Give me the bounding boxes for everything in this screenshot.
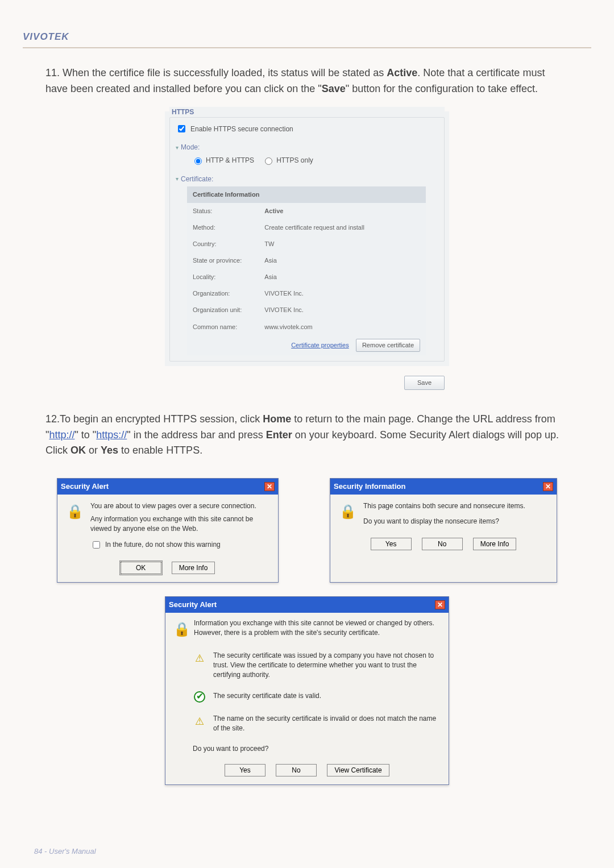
mode-https-only-radio[interactable]: [265, 157, 272, 165]
cert-row-key: Country:: [187, 236, 259, 252]
cert-section-label: Certificate:: [181, 174, 213, 185]
step-12-home: Home: [263, 413, 291, 425]
lock-icon: [173, 618, 187, 639]
dlg1-title: Security Alert: [61, 481, 109, 492]
step-11-active: Active: [387, 67, 417, 78]
remove-certificate-button[interactable]: Remove certificate: [356, 339, 420, 352]
security-information-dialog: Security Information ✕ This page contain…: [330, 478, 557, 583]
dlg3-no-button[interactable]: No: [276, 764, 317, 776]
step-12-yes: Yes: [101, 445, 118, 456]
step-12-number: 12.: [45, 413, 60, 425]
step-11-number: 11.: [45, 65, 63, 81]
step-11-paragraph: 11. When the certifice file is successfu…: [45, 65, 569, 97]
dlg2-line2: Do you want to display the nonsecure ite…: [363, 517, 525, 526]
enable-https-label: Enable HTTPS secure connection: [190, 124, 293, 135]
lock-icon: [338, 501, 358, 521]
dlg3-view-certificate-button[interactable]: View Certificate: [327, 764, 389, 776]
dlg2-title: Security Information: [334, 481, 405, 492]
step-12-f: to enable HTTPS.: [118, 445, 202, 456]
step-12-c: " to ": [74, 429, 96, 441]
warning-icon: [193, 651, 206, 667]
dlg2-line1: This page contains both secure and nonse…: [363, 501, 525, 511]
dlg3-intro: Information you exchange with this site …: [194, 618, 441, 638]
step-12-or: or: [86, 445, 101, 456]
https-legend: HTTPS: [169, 107, 445, 118]
dlg3-proceed: Do you want to proceed?: [193, 744, 268, 754]
dlg1-line1: You are about to view pages over a secur…: [90, 501, 270, 511]
cert-row-val: TW: [259, 236, 426, 252]
dlg1-suppress-checkbox[interactable]: [93, 541, 100, 549]
chevron-down-icon: ▾: [176, 143, 179, 152]
cert-row-key: State or province:: [187, 252, 259, 269]
mode-http-https-radio[interactable]: [194, 157, 202, 165]
certificate-info-table: Certificate Information Status: Active M…: [187, 186, 426, 355]
dlg3-yes-button[interactable]: Yes: [225, 764, 265, 776]
dlg3-warn2: The name on the security certificate is …: [213, 714, 441, 733]
step-12-ok: OK: [70, 445, 86, 456]
step-12-a: To begin an encrypted HTTPS session, cli…: [60, 413, 263, 425]
dlg2-more-info-button[interactable]: More Info: [473, 538, 517, 550]
page-footer: 84 - User's Manual: [0, 847, 614, 855]
cert-row-val: Asia: [259, 252, 426, 269]
dlg1-chk-label: In the future, do not show this warning: [105, 540, 221, 550]
dlg1-line2: Any information you exchange with this s…: [90, 514, 270, 534]
dlg2-yes-button[interactable]: Yes: [371, 538, 412, 550]
cert-row-val: VIVOTEK Inc.: [259, 285, 426, 302]
brand-title: VIVOTEK: [23, 31, 591, 43]
cert-info-header: Certificate Information: [187, 186, 426, 203]
dlg3-title: Security Alert: [169, 599, 217, 610]
cert-row-val: Asia: [259, 269, 426, 285]
chevron-down-icon: ▾: [176, 175, 179, 184]
close-icon[interactable]: ✕: [264, 482, 275, 491]
https-link[interactable]: https://: [96, 429, 127, 441]
cert-row-key: Method:: [187, 219, 259, 236]
cert-status-value: Active: [259, 203, 426, 219]
check-icon: [193, 691, 206, 703]
step-11-text-c: " button for the configuration to take e…: [346, 83, 538, 94]
close-icon[interactable]: ✕: [435, 600, 445, 609]
enable-https-checkbox[interactable]: [178, 125, 185, 132]
step-11-save: Save: [322, 83, 346, 94]
certificate-properties-link[interactable]: Certificate properties: [291, 342, 349, 348]
security-alert-dialog-2: Security Alert ✕ Information you exchang…: [165, 596, 449, 785]
cert-row-key: Organization:: [187, 285, 259, 302]
cert-row-key: Organization unit:: [187, 302, 259, 318]
https-config-panel: HTTPS Enable HTTPS secure connection ▾Mo…: [165, 111, 449, 366]
dlg1-more-info-button[interactable]: More Info: [172, 562, 215, 574]
security-alert-dialog-1: Security Alert ✕ You are about to view p…: [57, 478, 279, 583]
cert-row-val: VIVOTEK Inc.: [259, 302, 426, 318]
http-link[interactable]: http://: [49, 429, 74, 441]
dlg3-ok1: The security certificate date is valid.: [213, 691, 321, 701]
mode-section-label: Mode:: [181, 142, 200, 153]
dlg1-ok-button[interactable]: OK: [121, 562, 161, 574]
mode-https-only-label: HTTPS only: [276, 155, 313, 166]
cert-row-key: Status:: [187, 203, 259, 219]
step-12-paragraph: 12.To begin an encrypted HTTPS session, …: [45, 412, 569, 459]
step-12-enter: Enter: [266, 429, 292, 441]
mode-http-https-label: HTTP & HTTPS: [206, 155, 254, 166]
cert-row-key: Locality:: [187, 269, 259, 285]
warning-icon: [193, 714, 206, 730]
step-11-text-a: When the certifice file is successfully …: [63, 67, 387, 78]
dlg2-no-button[interactable]: No: [422, 538, 463, 550]
header-divider: [23, 47, 591, 48]
cert-row-key: Common name:: [187, 319, 259, 335]
cert-row-val: www.vivotek.com: [259, 319, 426, 335]
save-button[interactable]: Save: [404, 376, 445, 390]
close-icon[interactable]: ✕: [543, 482, 553, 491]
lock-icon: [65, 501, 85, 521]
step-12-d: " in the address bar and press: [127, 429, 266, 441]
cert-row-val: Create certificate request and install: [259, 219, 426, 236]
dlg3-warn1: The security certificate was issued by a…: [213, 651, 441, 679]
